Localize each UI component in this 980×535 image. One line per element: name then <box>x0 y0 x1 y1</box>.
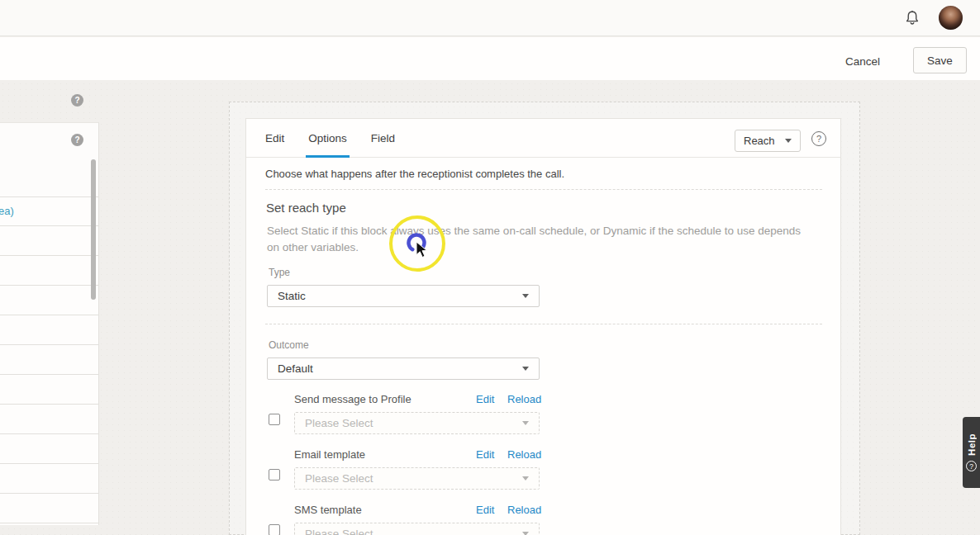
select-placeholder: Please Select <box>305 417 373 429</box>
action-bar: Cancel Save <box>0 37 980 80</box>
sidebar-list-item <box>0 494 98 523</box>
tab-description: Choose what happens after the receptioni… <box>246 158 840 189</box>
reload-link[interactable]: Reload <box>507 393 541 405</box>
section-title: Set reach type <box>266 201 346 215</box>
chevron-down-icon <box>522 476 529 481</box>
help-icon[interactable]: ? <box>71 134 83 146</box>
reload-link[interactable]: Reload <box>507 448 541 461</box>
profile-select[interactable]: Please Select <box>294 412 540 434</box>
top-navigation-bar <box>0 0 980 36</box>
help-icon[interactable]: ? <box>71 94 83 107</box>
reload-link[interactable]: Reload <box>507 504 541 516</box>
sidebar-scrollbar[interactable] <box>91 159 96 300</box>
user-avatar[interactable] <box>939 6 963 30</box>
type-select[interactable]: Static <box>267 285 540 307</box>
type-select-value: Static <box>278 290 306 302</box>
sidebar-list: ea) <box>0 196 98 523</box>
question-mark-icon: ? <box>966 461 977 471</box>
outcome-select[interactable]: Default <box>267 357 540 380</box>
type-field-label: Type <box>269 267 290 278</box>
sidebar-list-item: ea) <box>0 196 98 226</box>
edit-link[interactable]: Edit <box>476 448 494 461</box>
help-text-line2: on other variables. <box>267 239 801 256</box>
chevron-down-icon <box>522 421 529 425</box>
enable-checkbox[interactable] <box>269 414 280 425</box>
separator <box>265 189 822 190</box>
help-tab-label: Help <box>967 433 977 456</box>
edit-link[interactable]: Edit <box>476 504 494 516</box>
subfield-label: SMS template <box>294 504 362 516</box>
sidebar-list-item <box>0 286 98 315</box>
subfield-label: Send message to Profile <box>294 393 412 405</box>
chevron-down-icon <box>785 139 792 143</box>
sidebar-truncated-link[interactable]: ea) <box>0 205 14 217</box>
notifications-bell-icon[interactable] <box>903 9 921 27</box>
sidebar-list-item <box>0 464 98 494</box>
sidebar-list-item <box>0 405 98 434</box>
outcome-subfields: Send message to Profile Edit Reload Plea… <box>246 390 840 535</box>
help-tab[interactable]: Help ? <box>963 417 980 488</box>
tab-options[interactable]: Options <box>308 119 347 158</box>
sms-template-select[interactable]: Please Select <box>294 523 540 535</box>
sms-template-row: SMS template Edit Reload Please Select <box>246 500 840 535</box>
enable-checkbox[interactable] <box>269 469 280 481</box>
sidebar-list-item <box>0 315 98 345</box>
block-type-value: Reach <box>744 135 775 147</box>
subfield-label: Email template <box>294 448 365 461</box>
select-placeholder: Please Select <box>305 472 373 485</box>
block-settings-card: Edit Options Field Reach ? Choose what h… <box>245 118 841 535</box>
help-icon[interactable]: ? <box>811 131 826 146</box>
sidebar-list-item <box>0 256 98 286</box>
select-placeholder: Please Select <box>305 528 373 535</box>
sidebar-list-item <box>0 226 98 256</box>
section-help-text: Select Static if this block always uses … <box>267 223 801 256</box>
send-message-to-profile-row: Send message to Profile Edit Reload Plea… <box>246 390 840 445</box>
description-text: Choose what happens after the receptioni… <box>265 168 564 180</box>
save-button[interactable]: Save <box>913 47 967 73</box>
email-template-row: Email template Edit Reload Please Select <box>246 445 840 500</box>
block-type-dropdown[interactable]: Reach <box>735 130 801 152</box>
sidebar-list-item <box>0 375 98 405</box>
sidebar-list-item <box>0 434 98 464</box>
outcome-field-label: Outcome <box>269 339 309 351</box>
separator <box>265 324 822 324</box>
email-template-select[interactable]: Please Select <box>294 467 540 490</box>
cancel-button[interactable]: Cancel <box>837 50 888 73</box>
chevron-down-icon <box>522 367 529 371</box>
enable-checkbox[interactable] <box>269 524 280 535</box>
tab-bar: Edit Options Field Reach ? <box>246 119 840 158</box>
edit-link[interactable]: Edit <box>476 393 494 405</box>
sidebar-list-item <box>0 345 98 375</box>
chevron-down-icon <box>522 532 529 535</box>
tab-edit[interactable]: Edit <box>265 119 284 158</box>
tab-field[interactable]: Field <box>371 119 395 158</box>
left-sidebar-panel: ? ea) <box>0 122 99 525</box>
help-text-line1: Select Static if this block always uses … <box>267 223 801 239</box>
chevron-down-icon <box>522 294 529 298</box>
outcome-select-value: Default <box>278 362 313 375</box>
